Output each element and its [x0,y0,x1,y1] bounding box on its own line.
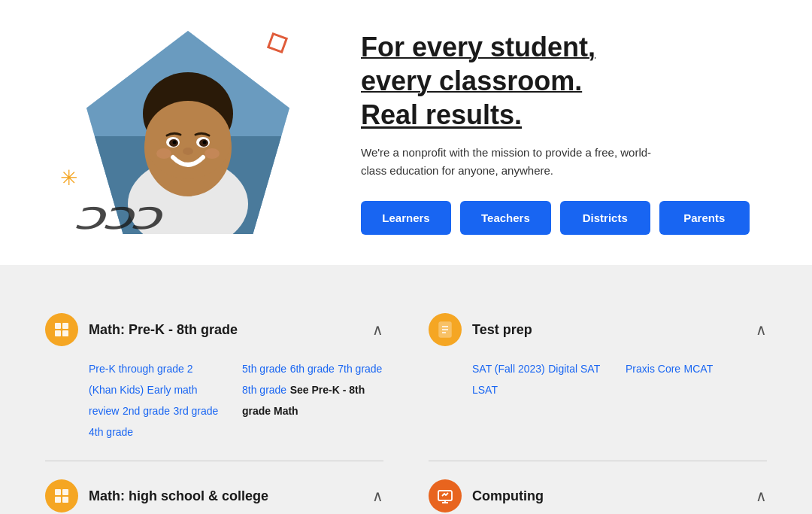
course-header-left: Math: Pre-K - 8th grade [45,313,238,346]
test-prep-icon [429,313,462,346]
link-8th-grade[interactable]: 8th grade [242,384,286,396]
hero-description: We're a nonprofit with the mission to pr… [361,144,677,180]
course-header-computing[interactable]: Computing ∧ [429,479,767,512]
svg-rect-25 [55,489,61,495]
math-pk8-chevron: ∧ [372,321,383,339]
svg-rect-29 [438,491,452,500]
districts-button[interactable]: Districts [560,201,650,235]
hero-text-area: For every student, every classroom. Real… [331,30,752,235]
math-pk8-title: Math: Pre-K - 8th grade [89,322,238,338]
hero-image-area: ✳ ɔɔɔ [45,31,331,234]
svg-point-15 [156,148,171,159]
test-prep-chevron: ∧ [756,321,767,339]
test-prep-icon-svg [436,321,454,339]
link-6th-grade[interactable]: 6th grade [290,363,335,375]
svg-point-7 [145,101,231,179]
test-prep-links: SAT (Fall 2023) Digital SAT LSAT Praxis … [429,358,767,400]
svg-rect-17 [55,323,61,329]
link-digital-sat[interactable]: Digital SAT [548,363,600,375]
link-praxis-core[interactable]: Praxis Core [626,363,680,375]
link-2nd-grade[interactable]: 2nd grade [123,405,170,417]
hero-section: ✳ ɔɔɔ For every student, every classroom… [0,0,812,265]
computing-icon-svg [436,487,454,505]
computing-icon [429,479,462,512]
math-pk8-col2: 5th grade 6th grade 7th grade 8th grade … [242,358,383,443]
math-hs-title: Math: high school & college [89,488,268,504]
link-3rd-grade[interactable]: 3rd grade [173,405,218,417]
math-hs-icon-svg [53,487,71,505]
deco-swirl-icon: ɔɔɔ [72,193,157,238]
course-block-math-pk8: Math: Pre-K - 8th grade ∧ Pre-K through … [45,295,383,461]
math-icon-svg [53,321,71,339]
svg-point-12 [173,141,177,144]
course-grid: Math: Pre-K - 8th grade ∧ Pre-K through … [45,295,767,514]
course-header-left-computing: Computing [429,479,544,512]
svg-rect-26 [62,489,68,495]
test-prep-title: Test prep [472,322,532,338]
math-pk8-links: Pre-K through grade 2(Khan Kids) Early m… [45,358,383,443]
course-block-test-prep: Test prep ∧ SAT (Fall 2023) Digital SAT … [429,295,767,461]
math-hs-chevron: ∧ [372,487,383,505]
hero-headline: For every student, every classroom. Real… [361,30,752,132]
course-section: Math: Pre-K - 8th grade ∧ Pre-K through … [0,265,812,514]
parents-button[interactable]: Parents [659,201,750,235]
course-header-math-pk8[interactable]: Math: Pre-K - 8th grade ∧ [45,313,383,346]
link-7th-grade[interactable]: 7th grade [338,363,382,375]
link-sat-2023[interactable]: SAT (Fall 2023) [472,363,545,375]
svg-rect-20 [62,330,68,336]
course-block-computing: Computing ∧ Computer programming AP®/Col… [429,461,767,514]
computing-title: Computing [472,488,544,504]
svg-point-13 [203,141,207,144]
link-4th-grade[interactable]: 4th grade [89,426,133,438]
course-header-math-hs[interactable]: Math: high school & college ∧ [45,479,383,512]
math-hs-icon [45,479,78,512]
computing-chevron: ∧ [756,487,767,505]
hero-buttons: Learners Teachers Districts Parents [361,201,752,235]
deco-star-icon: ✳ [60,168,77,189]
svg-rect-18 [62,323,68,329]
course-header-test-prep[interactable]: Test prep ∧ [429,313,767,346]
learners-button[interactable]: Learners [361,201,451,235]
math-pk8-col1: Pre-K through grade 2(Khan Kids) Early m… [89,358,230,443]
test-prep-col1: SAT (Fall 2023) Digital SAT LSAT [472,358,614,400]
course-header-left-hs: Math: high school & college [45,479,268,512]
svg-point-14 [183,148,193,155]
svg-rect-19 [55,330,61,336]
teachers-button[interactable]: Teachers [460,201,551,235]
course-block-math-hs: Math: high school & college ∧ [45,461,383,514]
svg-rect-27 [55,497,61,503]
svg-point-16 [205,148,220,159]
link-5th-grade[interactable]: 5th grade [242,363,286,375]
svg-rect-28 [62,497,68,503]
course-header-left-test: Test prep [429,313,532,346]
test-prep-col2: Praxis Core MCAT [626,358,767,400]
link-mcat[interactable]: MCAT [684,363,714,375]
math-pk8-icon [45,313,78,346]
link-lsat[interactable]: LSAT [472,384,498,396]
